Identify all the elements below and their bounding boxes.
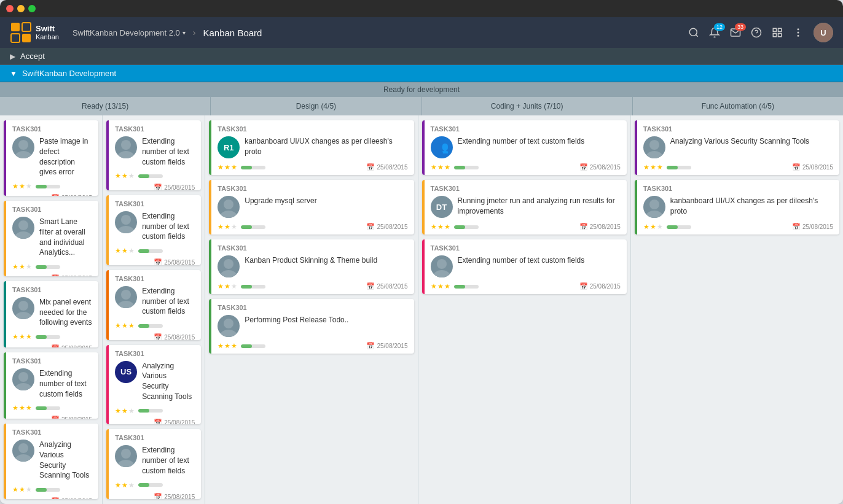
stars: ★★★ bbox=[643, 223, 663, 231]
card[interactable]: TASK301 Extending number of text custom … bbox=[422, 239, 627, 294]
help-button[interactable] bbox=[751, 27, 762, 38]
card[interactable]: TASK301 Kanban Product Skinning & Theme … bbox=[209, 239, 414, 294]
card[interactable]: TASK301 Analyzing Various Security Scann… bbox=[4, 424, 98, 499]
calendar-icon: 📅 bbox=[579, 163, 588, 171]
user-avatar[interactable]: U bbox=[814, 23, 833, 42]
col-ready-left: TASK301 Paste image in defect descriptio… bbox=[0, 115, 103, 504]
minimize-dot[interactable] bbox=[17, 5, 25, 12]
calendar-icon: 📅 bbox=[51, 497, 60, 499]
card[interactable]: TASK301 Extending number of text custom … bbox=[106, 120, 201, 190]
card[interactable]: TASK301 kanbanboard UI/UX changes as per… bbox=[635, 180, 839, 235]
card[interactable]: TASK301 R1 kanbanboard UI/UX changes as … bbox=[209, 120, 414, 175]
card[interactable]: TASK301 Extending number of text custom … bbox=[106, 429, 201, 499]
card[interactable]: TASK301 Extending number of text custom … bbox=[4, 352, 98, 419]
search-button[interactable] bbox=[688, 27, 699, 38]
card[interactable]: TASK301 DT Running jmeter run and analyz… bbox=[422, 180, 627, 235]
progress-bar bbox=[241, 344, 265, 348]
card[interactable]: TASK301 Extending number of text custom … bbox=[106, 270, 201, 340]
card[interactable]: TASK301 Smart Lane filter at overall and… bbox=[4, 201, 98, 276]
task-id: TASK301 bbox=[115, 275, 195, 282]
calendar-icon: 📅 bbox=[154, 419, 162, 424]
svg-rect-2 bbox=[11, 34, 20, 42]
more-button[interactable] bbox=[793, 27, 804, 38]
sub-header: ▶ Accept ▼ SwiftKanban Development bbox=[0, 48, 843, 82]
card[interactable]: TASK301 Paste image in defect descriptio… bbox=[4, 120, 98, 196]
calendar-icon: 📅 bbox=[51, 274, 60, 276]
task-id: TASK301 bbox=[115, 434, 195, 441]
date-badge: 📅 25/08/2015 bbox=[579, 223, 621, 231]
group-row-accept[interactable]: ▶ Accept bbox=[0, 48, 843, 65]
svg-point-39 bbox=[437, 259, 447, 269]
avatar bbox=[218, 315, 240, 337]
svg-point-4 bbox=[689, 28, 697, 36]
card[interactable]: TASK301 Analyzing Various Security Scann… bbox=[635, 120, 839, 175]
calendar-icon: 📅 bbox=[792, 163, 801, 171]
svg-point-44 bbox=[646, 211, 663, 218]
task-id: TASK301 bbox=[218, 244, 407, 252]
card[interactable]: TASK301 Extending number of text custom … bbox=[106, 195, 201, 265]
calendar-icon: 📅 bbox=[579, 282, 588, 290]
svg-point-28 bbox=[117, 226, 135, 233]
chevron-down-icon: ▾ bbox=[182, 29, 186, 36]
avatar bbox=[115, 136, 137, 158]
avatar: US bbox=[115, 361, 137, 383]
stars: ★★★ bbox=[115, 407, 135, 415]
date-badge: 📅 25/08/2015 bbox=[366, 282, 407, 290]
logo-bottom: Kanban bbox=[36, 33, 59, 41]
svg-point-33 bbox=[224, 200, 233, 209]
card[interactable]: TASK301 US Analyzing Various Security Sc… bbox=[106, 345, 201, 425]
date-text: 25/08/2015 bbox=[164, 184, 195, 190]
date-badge: 📅 25/08/2015 bbox=[51, 274, 92, 276]
svg-rect-11 bbox=[773, 34, 776, 37]
progress-bar bbox=[454, 225, 479, 229]
project-selector[interactable]: SwiftKanban Development 2.0 ▾ bbox=[73, 28, 186, 37]
card[interactable]: TASK301 👥 Extending number of text custo… bbox=[422, 120, 627, 175]
progress-bar bbox=[36, 335, 60, 339]
stars: ★★★ bbox=[431, 282, 450, 290]
stars: ★★★ bbox=[431, 163, 450, 171]
calendar-icon: 📅 bbox=[51, 194, 60, 196]
progress-bar bbox=[36, 265, 60, 269]
notifications-button[interactable]: 12 bbox=[709, 27, 720, 38]
svg-point-27 bbox=[121, 215, 131, 225]
svg-point-25 bbox=[121, 140, 131, 150]
stars: ★★★ bbox=[12, 486, 32, 494]
close-dot[interactable] bbox=[6, 5, 14, 12]
date-badge: 📅 25/08/2015 bbox=[154, 184, 195, 190]
calendar-icon: 📅 bbox=[154, 258, 162, 265]
task-id: TASK301 bbox=[218, 304, 407, 311]
task-id: TASK301 bbox=[12, 125, 92, 133]
col-header-func-label: Func Automation (4/5) bbox=[702, 102, 774, 110]
svg-point-41 bbox=[649, 140, 659, 150]
svg-point-13 bbox=[798, 32, 799, 33]
mail-button[interactable]: 33 bbox=[730, 27, 741, 38]
task-id: TASK301 bbox=[643, 185, 833, 192]
logo-top: Swift bbox=[36, 25, 59, 33]
svg-point-18 bbox=[15, 231, 32, 239]
progress-bar bbox=[36, 406, 60, 410]
card[interactable]: TASK301 Mix panel event needed for the f… bbox=[4, 281, 98, 347]
avatar: DT bbox=[431, 196, 453, 218]
date-badge: 📅 25/08/2015 bbox=[579, 282, 621, 290]
card[interactable]: TASK301 Performing Post Release Todo.. ★… bbox=[209, 299, 414, 354]
svg-rect-9 bbox=[778, 28, 782, 31]
stars: ★★★ bbox=[218, 223, 237, 231]
expand-dot[interactable] bbox=[28, 5, 36, 12]
date-badge: 📅 25/08/2015 bbox=[51, 344, 92, 347]
card[interactable]: TASK301 Upgrade mysql server ★★★ bbox=[209, 180, 414, 235]
svg-point-40 bbox=[433, 270, 450, 277]
progress-bar bbox=[138, 324, 163, 328]
col-ready-right: TASK301 Extending number of text custom … bbox=[103, 115, 205, 504]
date-badge: 📅 25/08/2015 bbox=[154, 419, 195, 424]
progress-bar bbox=[667, 166, 691, 169]
project-name: SwiftKanban Development 2.0 bbox=[73, 28, 180, 37]
progress-bar bbox=[454, 285, 479, 289]
card-text: Performing Post Release Todo.. bbox=[245, 315, 407, 325]
avatar bbox=[218, 255, 240, 277]
svg-point-32 bbox=[117, 460, 135, 467]
card-text: Extending number of text custom fields bbox=[142, 286, 195, 317]
group-row-swiftkanban[interactable]: ▼ SwiftKanban Development bbox=[0, 65, 843, 82]
svg-point-34 bbox=[220, 211, 237, 218]
grid-button[interactable] bbox=[772, 27, 783, 38]
date-text: 25/08/2015 bbox=[802, 223, 833, 230]
